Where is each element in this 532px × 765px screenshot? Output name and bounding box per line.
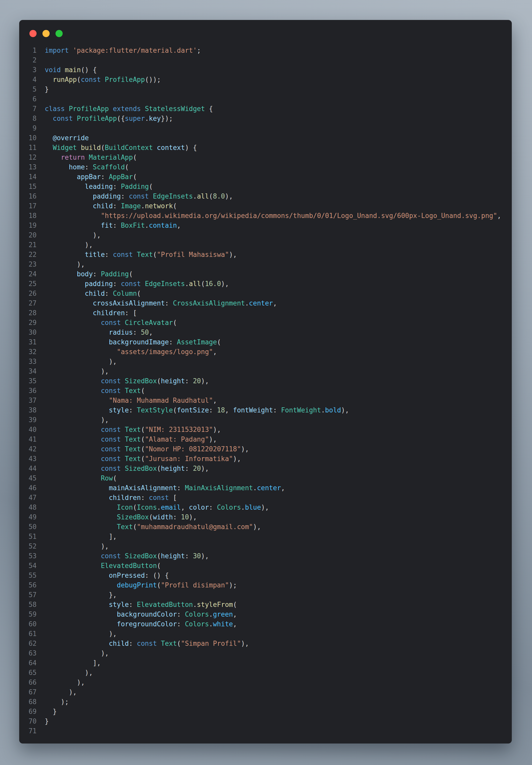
code-line: 48 Icon(Icons.email, color: Colors.blue)…: [19, 502, 512, 512]
code-line: 70}: [19, 716, 512, 726]
code-line-text: ),: [37, 687, 77, 697]
code-line: 65 ),: [19, 668, 512, 677]
code-line-text: appBar: AppBar(: [37, 172, 137, 182]
code-line: 63 ),: [19, 648, 512, 658]
line-number: 37: [19, 395, 37, 405]
line-number: 31: [19, 337, 37, 347]
code-line-text: style: TextStyle(fontSize: 18, fontWeigh…: [37, 405, 349, 415]
code-line: 20 ),: [19, 230, 512, 240]
code-line: 29 const CircleAvatar(: [19, 318, 512, 328]
line-number: 36: [19, 386, 37, 395]
code-line-text: ),: [37, 367, 109, 376]
code-line: 34 ),: [19, 367, 512, 376]
code-line-text: [37, 726, 45, 736]
line-number: 49: [19, 512, 37, 522]
code-line: 31 backgroundImage: AssetImage(: [19, 337, 512, 347]
line-number: 22: [19, 250, 37, 260]
code-line-text: [37, 94, 45, 104]
code-area[interactable]: 1import 'package:flutter/material.dart';…: [19, 46, 512, 743]
code-line: 14 appBar: AppBar(: [19, 172, 512, 182]
code-line: 33 ),: [19, 357, 512, 367]
zoom-button[interactable]: [56, 30, 63, 37]
code-line-text: "assets/images/logo.png",: [37, 347, 217, 357]
line-number: 45: [19, 473, 37, 483]
code-line-text: mainAxisAlignment: MainAxisAlignment.cen…: [37, 483, 285, 493]
code-line-text: title: const Text("Profil Mahasiswa"),: [37, 250, 237, 260]
code-line-text: const ProfileApp({super.key});: [37, 114, 173, 123]
line-number: 9: [19, 123, 37, 133]
code-line: 55 onPressed: () {: [19, 570, 512, 580]
code-line: 26 child: Column(: [19, 289, 512, 298]
line-number: 30: [19, 328, 37, 337]
code-line-text: const Text(: [37, 386, 145, 395]
line-number: 19: [19, 221, 37, 230]
code-line: 49 SizedBox(width: 10),: [19, 512, 512, 522]
code-line-text: ),: [37, 357, 117, 367]
line-number: 23: [19, 260, 37, 269]
code-line-text: ],: [37, 658, 101, 668]
line-number: 40: [19, 425, 37, 434]
code-line: 53 const SizedBox(height: 30),: [19, 551, 512, 561]
line-number: 20: [19, 230, 37, 240]
line-number: 21: [19, 240, 37, 250]
code-line: 58 style: ElevatedButton.styleFrom(: [19, 600, 512, 609]
line-number: 44: [19, 463, 37, 473]
code-line: 71: [19, 726, 512, 736]
code-line: 24 body: Padding(: [19, 269, 512, 279]
line-number: 41: [19, 434, 37, 444]
code-line-text: "Nama: Muhammad Raudhatul",: [37, 395, 217, 405]
code-line-text: child: Image.network(: [37, 201, 177, 211]
code-line-text: const SizedBox(height: 20),: [37, 463, 209, 473]
line-number: 33: [19, 357, 37, 367]
code-line: 64 ],: [19, 658, 512, 668]
line-number: 46: [19, 483, 37, 493]
code-line-text: ),: [37, 415, 109, 425]
code-line: 30 radius: 50,: [19, 328, 512, 337]
code-line-text: fit: BoxFit.contain,: [37, 221, 181, 230]
code-line-text: Text("muhammadraudhatul@gmail.com"),: [37, 522, 261, 532]
code-line-text: style: ElevatedButton.styleFrom(: [37, 600, 237, 609]
line-number: 25: [19, 279, 37, 289]
line-number: 38: [19, 405, 37, 415]
code-line: 54 ElevatedButton(: [19, 561, 512, 570]
code-line-text: const SizedBox(height: 30),: [37, 551, 209, 561]
code-line: 62 child: const Text("Simpan Profil"),: [19, 639, 512, 648]
code-line-text: Row(: [37, 473, 117, 483]
line-number: 56: [19, 580, 37, 590]
code-line-text: ),: [37, 677, 85, 687]
window-titlebar[interactable]: [19, 20, 512, 46]
code-line-text: void main() {: [37, 65, 97, 75]
line-number: 14: [19, 172, 37, 182]
code-line-text: ),: [37, 260, 85, 269]
code-line-text: ),: [37, 240, 93, 250]
line-number: 48: [19, 502, 37, 512]
code-line-text: debugPrint("Profil disimpan");: [37, 580, 237, 590]
code-line: 40 const Text("NIM: 2311532013"),: [19, 425, 512, 434]
minimize-button[interactable]: [42, 30, 50, 37]
code-line-text: radius: 50,: [37, 328, 153, 337]
code-line: 15 leading: Padding(: [19, 182, 512, 191]
line-number: 24: [19, 269, 37, 279]
code-line: 13 home: Scaffold(: [19, 162, 512, 172]
code-editor-window: 1import 'package:flutter/material.dart';…: [19, 20, 512, 743]
code-line: 46 mainAxisAlignment: MainAxisAlignment.…: [19, 483, 512, 493]
code-line: 50 Text("muhammadraudhatul@gmail.com"),: [19, 522, 512, 532]
code-line: 11 Widget build(BuildContext context) {: [19, 143, 512, 153]
line-number: 61: [19, 629, 37, 639]
code-line-text: padding: const EdgeInsets.all(16.0),: [37, 279, 229, 289]
line-number: 71: [19, 726, 37, 736]
code-line: 37 "Nama: Muhammad Raudhatul",: [19, 395, 512, 405]
code-line-text: const Text("Jurusan: Informatika"),: [37, 454, 241, 463]
line-number: 6: [19, 94, 37, 104]
code-line: 23 ),: [19, 260, 512, 269]
code-line-text: }: [37, 707, 57, 716]
code-line: 38 style: TextStyle(fontSize: 18, fontWe…: [19, 405, 512, 415]
code-line-text: const SizedBox(height: 20),: [37, 376, 209, 386]
close-button[interactable]: [29, 30, 37, 37]
code-line-text: const CircleAvatar(: [37, 318, 177, 328]
code-line-text: const Text("NIM: 2311532013"),: [37, 425, 221, 434]
code-line: 43 const Text("Jurusan: Informatika"),: [19, 454, 512, 463]
line-number: 2: [19, 55, 37, 65]
line-number: 35: [19, 376, 37, 386]
code-line: 69 }: [19, 707, 512, 716]
